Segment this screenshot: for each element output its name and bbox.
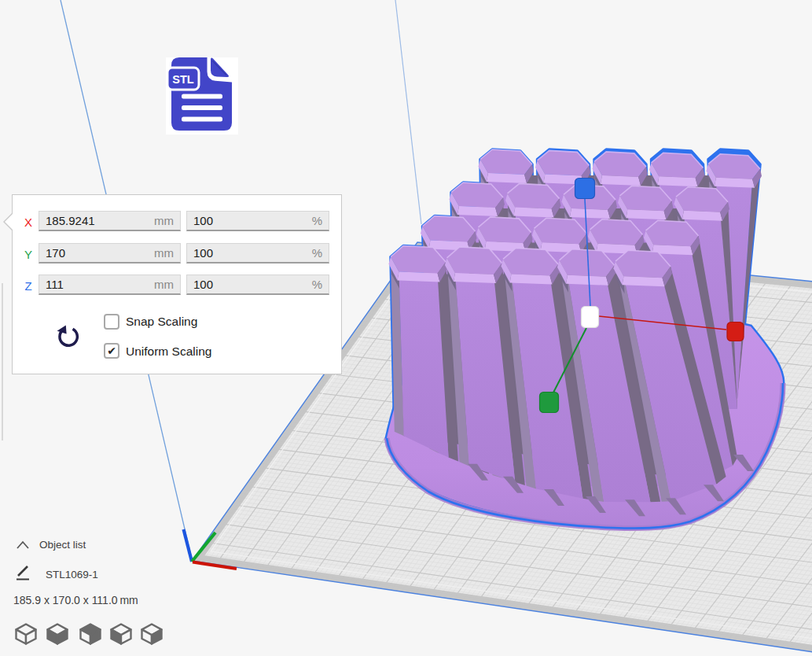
svg-text:STL: STL <box>172 73 194 86</box>
